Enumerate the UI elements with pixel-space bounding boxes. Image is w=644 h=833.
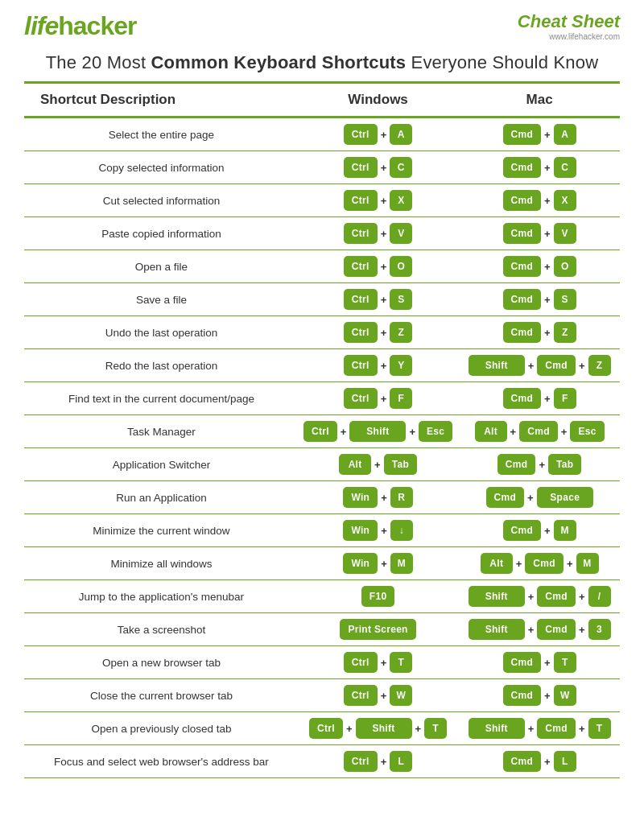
plus-sign: + (381, 162, 387, 174)
key-badge: S (554, 289, 576, 310)
mac-shortcut: Shift+Cmd+/ (459, 580, 620, 613)
key-badge: Alt (339, 454, 371, 475)
key-badge: Tab (384, 454, 417, 475)
key-combo: Cmd+X (503, 190, 576, 211)
plus-sign: + (528, 360, 535, 372)
key-badge: O (554, 256, 576, 277)
cheat-sheet-url: www.lifehacker.com (518, 32, 620, 41)
key-badge: Cmd (503, 190, 542, 211)
key-badge: M (554, 520, 576, 541)
table-row: Focus and select web browser's address b… (24, 745, 620, 778)
plus-sign: + (510, 426, 517, 438)
shortcut-description: Save a file (24, 283, 297, 316)
plus-sign: + (528, 723, 535, 735)
logo: lifehacker (24, 11, 136, 41)
key-badge: L (554, 751, 576, 772)
key-badge: Cmd (503, 322, 542, 343)
mac-shortcut: Cmd+S (459, 283, 620, 316)
key-badge: Win (343, 553, 378, 574)
key-badge: Cmd (503, 388, 542, 409)
plus-sign: + (544, 228, 551, 240)
plus-sign: + (544, 162, 551, 174)
key-combo: Ctrl+S (344, 289, 412, 310)
plus-sign: + (374, 459, 381, 471)
key-badge: Ctrl (344, 751, 378, 772)
shortcut-description: Close the current browser tab (24, 679, 297, 712)
key-combo: Ctrl+F (344, 388, 412, 409)
windows-shortcut: Ctrl+Y (297, 349, 459, 382)
key-badge: Cmd (503, 223, 542, 244)
key-badge: F (554, 388, 576, 409)
mac-shortcut: Cmd+Z (459, 316, 620, 349)
mac-shortcut: Shift+Cmd+3 (459, 613, 620, 646)
key-badge: W (554, 685, 576, 706)
plus-sign: + (381, 393, 387, 405)
plus-sign: + (381, 228, 387, 240)
plus-sign: + (544, 261, 551, 273)
mac-shortcut: Cmd+Space (459, 481, 620, 514)
title-prefix: The 20 Most (46, 52, 151, 72)
key-combo: Cmd+V (503, 223, 576, 244)
plus-sign: + (544, 327, 551, 339)
mac-shortcut: Cmd+M (459, 514, 620, 547)
shortcut-description: Open a previously closed tab (24, 712, 297, 745)
table-row: Run an ApplicationWin+RCmd+Space (24, 481, 620, 514)
table-row: Select the entire pageCtrl+ACmd+A (24, 118, 620, 151)
key-combo: Alt+Cmd+Esc (475, 421, 605, 442)
windows-shortcut: Ctrl+X (297, 184, 459, 217)
key-combo: Win+M (343, 553, 412, 574)
key-combo: Cmd+F (503, 388, 576, 409)
key-combo: Alt+Tab (339, 454, 417, 475)
plus-sign: + (544, 756, 551, 768)
plus-sign: + (544, 393, 551, 405)
windows-shortcut: Ctrl+Shift+T (297, 712, 459, 745)
plus-sign: + (544, 294, 551, 306)
windows-shortcut: Win+R (297, 481, 459, 514)
plus-sign: + (544, 129, 551, 141)
logo-hacker: hacker (58, 11, 136, 40)
table-header-row: Shortcut Description Windows Mac (24, 83, 620, 118)
plus-sign: + (381, 657, 387, 669)
table-row: Close the current browser tabCtrl+WCmd+W (24, 679, 620, 712)
shortcut-description: Take a screenshot (24, 613, 297, 646)
plus-sign: + (544, 195, 551, 207)
key-badge: ↓ (390, 520, 413, 541)
key-combo: Ctrl+X (344, 190, 412, 211)
plus-sign: + (341, 426, 347, 438)
table-row: Save a fileCtrl+SCmd+S (24, 283, 620, 316)
key-combo: Ctrl+Y (344, 355, 412, 376)
key-badge: Ctrl (344, 157, 378, 178)
key-badge: Ctrl (344, 685, 378, 706)
key-combo: Cmd+Z (503, 322, 576, 343)
key-badge: Z (554, 322, 576, 343)
windows-shortcut: Ctrl+V (297, 217, 459, 250)
shortcut-description: Jump to the application's menubar (24, 580, 297, 613)
key-badge: Shift (356, 718, 412, 739)
mac-shortcut: Cmd+O (459, 250, 620, 283)
key-badge: Y (390, 355, 412, 376)
plus-sign: + (409, 426, 415, 438)
shortcut-description: Task Manager (24, 415, 297, 448)
windows-shortcut: Ctrl+W (297, 679, 459, 712)
key-badge: Ctrl (344, 388, 378, 409)
key-combo: Print Screen (340, 619, 415, 640)
key-badge: Shift (349, 421, 406, 442)
plus-sign: + (381, 525, 387, 537)
key-badge: M (576, 553, 599, 574)
plus-sign: + (381, 327, 387, 339)
key-badge: Cmd (503, 685, 542, 706)
table-row: Cut selected informationCtrl+XCmd+X (24, 184, 620, 217)
header: lifehacker Cheat Sheet www.lifehacker.co… (24, 0, 620, 46)
mac-shortcut: Cmd+L (459, 745, 620, 778)
key-badge: V (390, 223, 412, 244)
key-badge: C (390, 157, 412, 178)
mac-shortcut: Cmd+Tab (459, 448, 620, 481)
key-badge: X (554, 190, 576, 211)
mac-shortcut: Cmd+V (459, 217, 620, 250)
key-badge: Win (343, 520, 378, 541)
shortcut-description: Application Switcher (24, 448, 297, 481)
plus-sign: + (528, 591, 535, 603)
key-combo: Cmd+W (503, 685, 576, 706)
plus-sign: + (381, 294, 387, 306)
title-bold: Common Keyboard Shortcuts (151, 52, 407, 72)
